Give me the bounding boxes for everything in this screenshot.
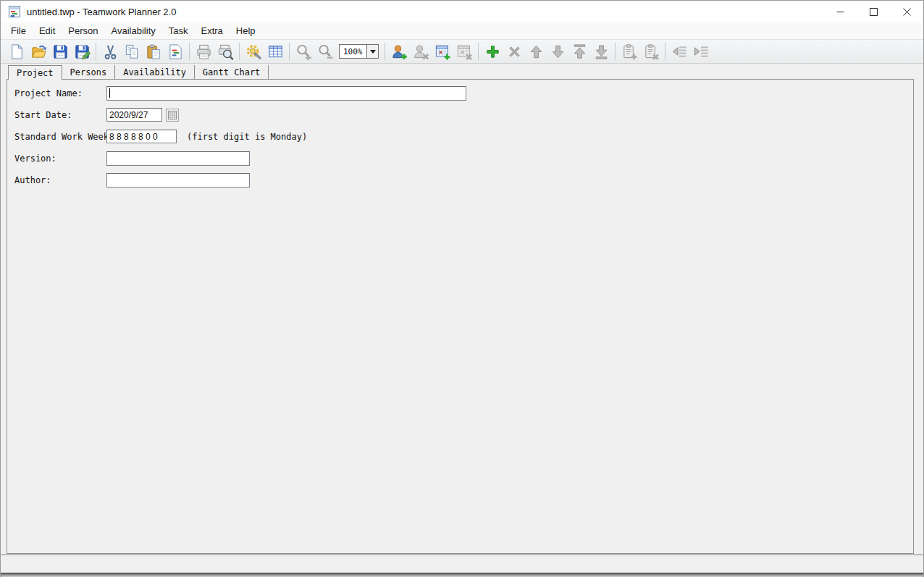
table-grid-icon [267,43,284,60]
person-add-icon [391,43,408,60]
toolbar-separator [665,43,665,60]
title-bar[interactable]: untitled.twp - Teamwork Planner 2.0 [1,1,923,22]
paste-button[interactable] [143,41,164,62]
work-week-input[interactable] [106,130,177,143]
clipboard-remove-button[interactable] [640,41,662,62]
calendar-remove-icon [456,43,473,60]
copy-button[interactable] [121,41,143,62]
print-preview-button[interactable] [214,41,236,62]
arrow-to-top-icon [571,43,588,60]
open-file-button[interactable] [28,41,49,62]
clipboard-add-button[interactable] [618,41,640,62]
menu-task[interactable]: Task [162,24,195,38]
print-preview-icon [217,43,234,60]
clipboard-add-icon [621,43,638,60]
table-view-button[interactable] [264,41,286,62]
project-name-label: Project Name: [14,88,83,98]
menu-availability[interactable]: Availability [105,24,162,38]
window-bottom-shadow [1,573,923,577]
indent-icon [693,43,710,60]
save-file-button[interactable] [49,41,71,62]
open-folder-icon [30,43,47,60]
version-label: Version: [14,153,56,164]
menu-person[interactable]: Person [62,24,104,38]
clipboard-paste-icon [146,43,162,60]
remove-availability-button[interactable] [453,41,475,62]
new-file-button[interactable] [6,41,28,62]
zoom-out-button[interactable] [314,41,336,62]
person-remove-icon [413,43,429,60]
save-file-as-button[interactable] [71,41,93,62]
calendar-picker-button[interactable] [166,109,179,122]
zoom-level-select[interactable]: 100% [339,44,379,59]
author-label: Author: [14,175,51,185]
toolbar-separator [289,43,290,60]
menu-bar: File Edit Person Availability Task Extra… [1,22,923,39]
version-input[interactable] [106,151,250,166]
save-as-icon [74,43,91,60]
move-to-bottom-button[interactable] [590,41,612,62]
tab-availability[interactable]: Availability [115,65,195,79]
menu-file[interactable]: File [4,24,33,38]
delete-item-button[interactable] [503,41,525,62]
chevron-down-icon [370,50,376,54]
minimize-button[interactable] [823,1,857,22]
scissors-icon [102,43,119,60]
add-availability-button[interactable] [432,41,453,62]
arrow-down-icon [550,43,566,60]
x-icon [506,43,523,60]
toolbar-separator [478,43,479,60]
move-up-button[interactable] [525,41,547,62]
dropdown-arrow[interactable] [366,45,378,58]
toolbar-separator [385,43,385,60]
cut-button[interactable] [99,41,121,62]
copy-pages-icon [124,43,140,60]
project-name-input[interactable] [106,86,466,101]
tab-persons[interactable]: Persons [62,65,116,79]
print-button[interactable] [193,41,214,62]
minimize-icon [836,8,844,16]
outdent-icon [671,43,688,60]
tab-gantt-chart[interactable]: Gantt Chart [195,65,269,79]
menu-extra[interactable]: Extra [194,24,229,38]
zoom-in-icon [295,43,312,60]
clipboard-remove-icon [643,43,660,60]
zoom-out-icon [317,43,334,60]
indent-button[interactable] [690,41,712,62]
maximize-icon [870,8,878,16]
work-week-label: Standard Work Week: [14,132,114,142]
settings-button[interactable] [243,41,264,62]
plus-icon [484,43,501,60]
work-area: Project Persons Availability Gantt Chart… [1,64,923,555]
remove-person-button[interactable] [410,41,432,62]
move-down-button[interactable] [547,41,568,62]
project-tab-panel: Project Name: Start Date: Standard Work … [7,79,914,554]
report-page-icon [167,43,184,60]
save-floppy-icon [52,43,69,60]
menu-edit[interactable]: Edit [33,24,62,38]
close-button[interactable] [890,1,923,22]
add-person-button[interactable] [388,41,410,62]
tab-project[interactable]: Project [8,65,62,80]
status-bar [1,555,923,573]
printer-icon [196,43,212,60]
gear-wrench-icon [245,43,262,60]
window-controls [823,1,923,22]
app-icon [9,6,20,17]
work-week-note: (first digit is Monday) [187,132,307,142]
new-file-icon [9,43,25,60]
toolbar: 100% [1,39,923,64]
menu-help[interactable]: Help [230,24,262,38]
move-to-top-button[interactable] [568,41,590,62]
close-icon [903,8,911,16]
add-item-button[interactable] [482,41,503,62]
text-caret [109,88,110,98]
window-title: untitled.twp - Teamwork Planner 2.0 [27,7,176,17]
zoom-in-button[interactable] [293,41,314,62]
calendar-add-icon [434,43,451,60]
maximize-button[interactable] [857,1,890,22]
outdent-button[interactable] [668,41,690,62]
author-input[interactable] [106,173,250,188]
export-report-button[interactable] [164,41,186,62]
start-date-input[interactable] [106,108,162,122]
